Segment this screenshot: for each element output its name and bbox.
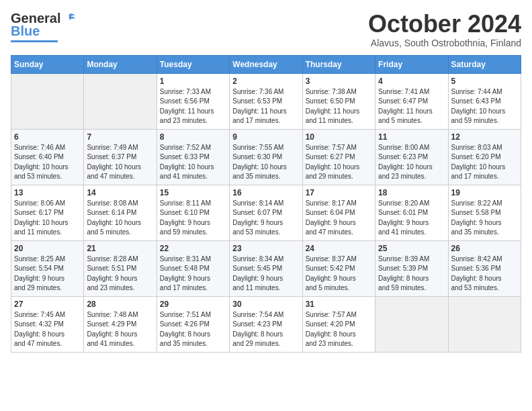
table-row: 23Sunrise: 8:34 AMSunset: 5:45 PMDayligh… bbox=[230, 240, 302, 296]
day-number: 15 bbox=[160, 188, 226, 197]
table-row: 29Sunrise: 7:51 AMSunset: 4:26 PMDayligh… bbox=[157, 296, 229, 352]
day-info: Sunrise: 8:14 AMSunset: 6:07 PMDaylight:… bbox=[232, 199, 299, 238]
title-section: October 2024 Alavus, South Ostrobothnia,… bbox=[368, 11, 521, 48]
calendar-header-row: Sunday Monday Tuesday Wednesday Thursday… bbox=[11, 55, 521, 73]
day-number: 10 bbox=[306, 132, 372, 142]
col-thursday: Thursday bbox=[302, 55, 375, 73]
col-tuesday: Tuesday bbox=[157, 55, 229, 73]
table-row: 19Sunrise: 8:22 AMSunset: 5:58 PMDayligh… bbox=[448, 185, 521, 240]
day-info: Sunrise: 8:42 AMSunset: 5:36 PMDaylight:… bbox=[451, 255, 518, 293]
table-row: 15Sunrise: 8:11 AMSunset: 6:10 PMDayligh… bbox=[157, 185, 229, 240]
day-info: Sunrise: 8:39 AMSunset: 5:39 PMDaylight:… bbox=[378, 255, 445, 293]
day-number: 18 bbox=[378, 188, 445, 197]
day-number: 29 bbox=[160, 300, 226, 309]
table-row: 13Sunrise: 8:06 AMSunset: 6:17 PMDayligh… bbox=[11, 185, 84, 240]
day-number: 5 bbox=[451, 77, 518, 86]
day-info: Sunrise: 8:25 AMSunset: 5:54 PMDaylight:… bbox=[14, 255, 81, 293]
table-row: 22Sunrise: 8:31 AMSunset: 5:48 PMDayligh… bbox=[157, 240, 229, 296]
day-info: Sunrise: 7:33 AMSunset: 6:56 PMDaylight:… bbox=[160, 87, 226, 126]
table-row: 27Sunrise: 7:45 AMSunset: 4:32 PMDayligh… bbox=[11, 296, 84, 352]
day-number: 7 bbox=[87, 132, 153, 142]
day-info: Sunrise: 8:34 AMSunset: 5:45 PMDaylight:… bbox=[232, 255, 299, 293]
day-number: 24 bbox=[306, 244, 372, 253]
day-number: 3 bbox=[306, 77, 372, 86]
table-row: 7Sunrise: 7:49 AMSunset: 6:37 PMDaylight… bbox=[84, 129, 157, 185]
page-header: General Blue October 2024 Alavus, South … bbox=[11, 11, 521, 48]
calendar-week-row: 6Sunrise: 7:46 AMSunset: 6:40 PMDaylight… bbox=[11, 129, 521, 185]
table-row: 3Sunrise: 7:38 AMSunset: 6:50 PMDaylight… bbox=[302, 73, 375, 129]
table-row: 28Sunrise: 7:48 AMSunset: 4:29 PMDayligh… bbox=[84, 296, 157, 352]
day-info: Sunrise: 8:20 AMSunset: 6:01 PMDaylight:… bbox=[378, 199, 445, 238]
day-info: Sunrise: 7:46 AMSunset: 6:40 PMDaylight:… bbox=[14, 143, 81, 182]
calendar-table: Sunday Monday Tuesday Wednesday Thursday… bbox=[11, 55, 521, 353]
table-row: 20Sunrise: 8:25 AMSunset: 5:54 PMDayligh… bbox=[11, 240, 84, 296]
day-info: Sunrise: 7:44 AMSunset: 6:43 PMDaylight:… bbox=[451, 87, 518, 126]
day-info: Sunrise: 8:08 AMSunset: 6:14 PMDaylight:… bbox=[87, 199, 153, 238]
table-row: 16Sunrise: 8:14 AMSunset: 6:07 PMDayligh… bbox=[230, 185, 302, 240]
calendar-week-row: 1Sunrise: 7:33 AMSunset: 6:56 PMDaylight… bbox=[11, 73, 521, 129]
day-info: Sunrise: 8:00 AMSunset: 6:23 PMDaylight:… bbox=[378, 143, 445, 182]
table-row: 25Sunrise: 8:39 AMSunset: 5:39 PMDayligh… bbox=[375, 240, 448, 296]
day-info: Sunrise: 7:52 AMSunset: 6:33 PMDaylight:… bbox=[160, 143, 226, 182]
table-row: 1Sunrise: 7:33 AMSunset: 6:56 PMDaylight… bbox=[157, 73, 229, 129]
table-row: 24Sunrise: 8:37 AMSunset: 5:42 PMDayligh… bbox=[302, 240, 375, 296]
table-row bbox=[11, 73, 84, 129]
table-row: 14Sunrise: 8:08 AMSunset: 6:14 PMDayligh… bbox=[84, 185, 157, 240]
table-row: 26Sunrise: 8:42 AMSunset: 5:36 PMDayligh… bbox=[448, 240, 521, 296]
day-number: 31 bbox=[306, 300, 372, 309]
day-number: 19 bbox=[451, 188, 518, 197]
location-subtitle: Alavus, South Ostrobothnia, Finland bbox=[368, 38, 521, 48]
col-monday: Monday bbox=[84, 55, 157, 73]
table-row bbox=[84, 73, 157, 129]
table-row bbox=[375, 296, 448, 352]
day-number: 11 bbox=[378, 132, 445, 142]
table-row: 9Sunrise: 7:55 AMSunset: 6:30 PMDaylight… bbox=[230, 129, 302, 185]
table-row: 8Sunrise: 7:52 AMSunset: 6:33 PMDaylight… bbox=[157, 129, 229, 185]
day-info: Sunrise: 8:17 AMSunset: 6:04 PMDaylight:… bbox=[306, 199, 372, 238]
table-row: 4Sunrise: 7:41 AMSunset: 6:47 PMDaylight… bbox=[375, 73, 448, 129]
day-info: Sunrise: 7:36 AMSunset: 6:53 PMDaylight:… bbox=[232, 87, 299, 126]
col-wednesday: Wednesday bbox=[230, 55, 302, 73]
table-row: 17Sunrise: 8:17 AMSunset: 6:04 PMDayligh… bbox=[302, 185, 375, 240]
day-number: 23 bbox=[232, 244, 299, 253]
day-info: Sunrise: 7:45 AMSunset: 4:32 PMDaylight:… bbox=[14, 310, 81, 349]
calendar-week-row: 20Sunrise: 8:25 AMSunset: 5:54 PMDayligh… bbox=[11, 240, 521, 296]
table-row: 5Sunrise: 7:44 AMSunset: 6:43 PMDaylight… bbox=[448, 73, 521, 129]
day-number: 26 bbox=[451, 244, 518, 253]
day-number: 25 bbox=[378, 244, 445, 253]
day-number: 20 bbox=[14, 244, 81, 253]
day-number: 2 bbox=[232, 77, 299, 86]
day-number: 13 bbox=[14, 188, 81, 197]
table-row: 31Sunrise: 7:57 AMSunset: 4:20 PMDayligh… bbox=[302, 296, 375, 352]
day-number: 28 bbox=[87, 300, 153, 309]
day-number: 16 bbox=[232, 188, 299, 197]
day-info: Sunrise: 8:11 AMSunset: 6:10 PMDaylight:… bbox=[160, 199, 226, 238]
calendar-week-row: 13Sunrise: 8:06 AMSunset: 6:17 PMDayligh… bbox=[11, 185, 521, 240]
table-row: 30Sunrise: 7:54 AMSunset: 4:23 PMDayligh… bbox=[230, 296, 302, 352]
day-info: Sunrise: 7:54 AMSunset: 4:23 PMDaylight:… bbox=[232, 310, 299, 349]
day-info: Sunrise: 8:06 AMSunset: 6:17 PMDaylight:… bbox=[14, 199, 81, 238]
calendar-week-row: 27Sunrise: 7:45 AMSunset: 4:32 PMDayligh… bbox=[11, 296, 521, 352]
day-info: Sunrise: 7:51 AMSunset: 4:26 PMDaylight:… bbox=[160, 310, 226, 349]
day-info: Sunrise: 8:28 AMSunset: 5:51 PMDaylight:… bbox=[87, 255, 153, 293]
table-row: 11Sunrise: 8:00 AMSunset: 6:23 PMDayligh… bbox=[375, 129, 448, 185]
table-row: 6Sunrise: 7:46 AMSunset: 6:40 PMDaylight… bbox=[11, 129, 84, 185]
table-row: 10Sunrise: 7:57 AMSunset: 6:27 PMDayligh… bbox=[302, 129, 375, 185]
day-number: 14 bbox=[87, 188, 153, 197]
logo: General Blue bbox=[11, 11, 77, 42]
day-number: 17 bbox=[306, 188, 372, 197]
day-info: Sunrise: 7:41 AMSunset: 6:47 PMDaylight:… bbox=[378, 87, 445, 126]
day-info: Sunrise: 8:03 AMSunset: 6:20 PMDaylight:… bbox=[451, 143, 518, 182]
day-number: 4 bbox=[378, 77, 445, 86]
day-info: Sunrise: 7:49 AMSunset: 6:37 PMDaylight:… bbox=[87, 143, 153, 182]
col-saturday: Saturday bbox=[448, 55, 521, 73]
day-info: Sunrise: 7:57 AMSunset: 4:20 PMDaylight:… bbox=[306, 310, 372, 349]
day-number: 21 bbox=[87, 244, 153, 253]
day-number: 27 bbox=[14, 300, 81, 309]
day-number: 9 bbox=[232, 132, 299, 142]
table-row bbox=[448, 296, 521, 352]
day-number: 1 bbox=[160, 77, 226, 86]
day-info: Sunrise: 7:57 AMSunset: 6:27 PMDaylight:… bbox=[306, 143, 372, 182]
table-row: 12Sunrise: 8:03 AMSunset: 6:20 PMDayligh… bbox=[448, 129, 521, 185]
logo-blue-text: Blue bbox=[11, 24, 40, 38]
